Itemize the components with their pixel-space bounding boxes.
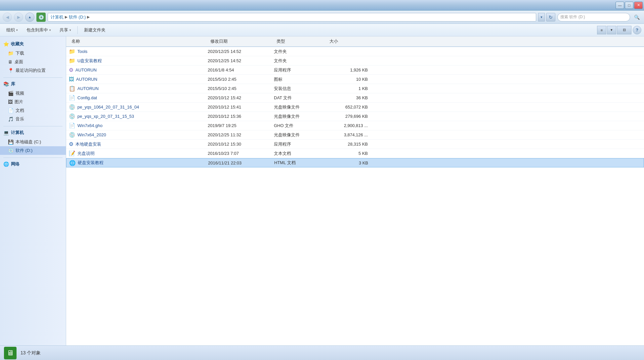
file-date: 2020/10/12 15:36 [208,114,274,119]
toolbar: 组织 ▾ 包含到库中 ▾ 共享 ▾ 新建文件夹 ≡ ▾ ⊟ ? [0,24,644,36]
col-header-date[interactable]: 修改日期 [208,36,274,46]
sidebar-header-computer[interactable]: 💻 计算机 [0,128,66,138]
file-date: 2015/5/10 2:45 [208,86,274,91]
drive-icon: 💿 [36,13,46,22]
col-header-type[interactable]: 类型 [274,36,327,46]
sidebar-item-music[interactable]: 🎵 音乐 [0,115,66,123]
statusbar: 🖥 13 个对象 [0,345,644,360]
file-date: 2015/5/10 2:45 [208,77,274,82]
view-list-button[interactable]: ≡ [597,26,606,34]
back-button[interactable]: ◀ [3,13,12,22]
table-row[interactable]: 📄 Win7x64.gho 2019/9/7 19:25 GHO 文件 2,90… [66,121,644,130]
file-date: 2020/10/12 15:30 [208,142,274,147]
sidebar-header-favorites[interactable]: ⭐ 收藏夹 [0,39,66,49]
file-type-icon: 💿 [69,104,75,110]
file-date: 2020/12/25 11:32 [208,132,274,137]
sidebar-header-network[interactable]: 🌐 网络 [0,159,66,169]
table-row[interactable]: 💿 Win7x64_2020 2020/12/25 11:32 光盘映像文件 3… [66,130,644,140]
table-row[interactable]: ⚙ 本地硬盘安装 2020/10/12 15:30 应用程序 28,315 KB [66,140,644,149]
sidebar-section-favorites: ⭐ 收藏夹 📁 下载 🖥 桌面 📍 最近访问的位置 [0,39,66,75]
file-name-text: Tools [77,49,87,54]
path-dropdown-button[interactable]: ▼ [538,13,545,22]
file-name: 💿 Win7x64_2020 [69,132,208,138]
file-name: 📁 Tools [69,48,208,55]
help-button[interactable]: ? [633,26,641,34]
table-row[interactable]: 📁 Tools 2020/12/25 14:52 文件夹 [66,47,644,56]
view-buttons: ≡ ▾ ⊟ [597,26,631,34]
sidebar-item-desktop[interactable]: 🖥 桌面 [0,58,66,66]
new-folder-label: 新建文件夹 [84,27,106,33]
downloads-label: 下载 [16,50,24,56]
path-drive[interactable]: 软件 (D:) [69,14,86,20]
file-type-icon: 📄 [69,122,75,129]
table-row[interactable]: 📝 光盘说明 2016/10/23 7:07 文本文档 5 KB [66,149,644,158]
file-type-icon: 📄 [69,95,75,101]
file-list-header: 名称 修改日期 类型 大小 [66,36,644,47]
table-row[interactable]: ⚙ AUTORUN 2016/1/8 4:54 应用程序 1,926 KB [66,66,644,75]
file-type-icon: ⚙ [69,141,73,147]
search-box[interactable]: 搜索 软件 (D:) [557,13,630,22]
pictures-label: 图片 [15,99,23,105]
file-type: 文件夹 [274,58,327,64]
file-name-text: Config.dat [77,95,97,100]
share-button[interactable]: 共享 ▾ [56,25,75,35]
minimize-button[interactable]: — [616,2,624,9]
file-date: 2016/1/8 4:54 [208,68,274,72]
file-size: 36 KB [327,95,373,100]
table-row[interactable]: 💿 pe_yqs_xp_20_07_31_15_53 2020/10/12 15… [66,112,644,121]
file-name: 📁 U盘安装教程 [69,58,208,64]
include-label: 包含到库中 [26,27,48,33]
table-row[interactable]: 📋 AUTORUN 2015/5/10 2:45 安装信息 1 KB [66,84,644,93]
music-icon: 🎵 [8,116,14,122]
table-row[interactable]: 🌐 硬盘安装教程 2016/11/21 22:03 HTML 文档 3 KB [66,158,644,167]
address-path[interactable]: 计算机 ▶ 软件 (D:) ▶ [48,13,536,22]
file-name: 🖼 AUTORUN [69,76,208,82]
organize-button[interactable]: 组织 ▾ [3,25,21,35]
file-size: 10 KB [327,77,373,82]
preview-button[interactable]: ⊟ [617,26,631,34]
file-size: 652,072 KB [327,105,373,110]
close-button[interactable]: ✕ [634,2,643,9]
refresh-button[interactable]: ↻ [546,13,555,22]
sidebar-divider-1 [3,77,63,78]
sidebar-item-downloads[interactable]: 📁 下载 [0,49,66,58]
table-row[interactable]: 📄 Config.dat 2020/10/12 15:42 DAT 文件 36 … [66,93,644,103]
maximize-button[interactable]: □ [625,2,633,9]
file-name-text: U盘安装教程 [77,58,102,64]
col-header-name[interactable]: 名称 [69,36,208,46]
sidebar: ⭐ 收藏夹 📁 下载 🖥 桌面 📍 最近访问的位置 📚 库 [0,36,66,345]
up-button[interactable]: ▲ [25,13,34,22]
view-dropdown-button[interactable]: ▾ [607,26,616,34]
forward-button[interactable]: ▶ [14,13,23,22]
pictures-icon: 🖼 [8,99,13,105]
search-button[interactable]: 🔍 [632,13,641,22]
file-name-text: pe_yqs_xp_20_07_31_15_53 [77,114,134,119]
new-folder-button[interactable]: 新建文件夹 [80,25,109,35]
titlebar: — □ ✕ [0,0,644,11]
sidebar-header-library[interactable]: 📚 库 [0,79,66,89]
sidebar-item-local-c[interactable]: 💾 本地磁盘 (C:) [0,138,66,146]
table-row[interactable]: 🖼 AUTORUN 2015/5/10 2:45 图标 10 KB [66,75,644,84]
sidebar-item-video[interactable]: 🎬 视频 [0,89,66,98]
desktop-icon: 🖥 [8,59,13,65]
path-computer[interactable]: 计算机 [51,14,64,20]
file-date: 2020/10/12 15:42 [208,95,274,100]
path-sep-1: ▶ [65,15,67,19]
file-name-text: 本地硬盘安装 [75,141,101,147]
file-type-icon: 🖼 [69,76,74,82]
file-name-text: Win7x64_2020 [77,132,106,137]
include-button[interactable]: 包含到库中 ▾ [23,25,55,35]
sidebar-item-pictures[interactable]: 🖼 图片 [0,98,66,106]
table-row[interactable]: 📁 U盘安装教程 2020/12/25 14:52 文件夹 [66,56,644,66]
sidebar-divider-2 [3,126,63,126]
sidebar-item-drive-d[interactable]: 💿 软件 (D:) [0,146,66,155]
file-type-icon: 🌐 [69,160,76,166]
table-row[interactable]: 💿 pe_yqs_1064_20_07_31_16_04 2020/10/12 … [66,103,644,112]
sidebar-item-recent[interactable]: 📍 最近访问的位置 [0,66,66,75]
col-header-size[interactable]: 大小 [327,36,373,46]
file-name-text: Win7x64.gho [77,123,103,128]
file-size: 1,926 KB [327,68,373,72]
sidebar-item-documents[interactable]: 📄 文档 [0,106,66,115]
drive-d-label: 软件 (D:) [16,148,32,154]
file-type: 应用程序 [274,141,327,147]
